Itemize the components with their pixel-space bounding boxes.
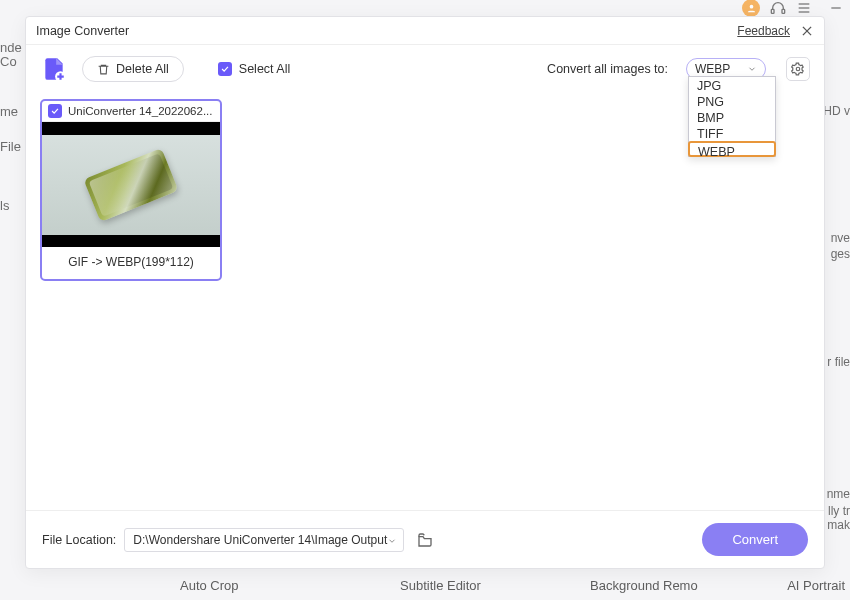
bg-text: File bbox=[0, 139, 21, 154]
bg-text: ges bbox=[831, 247, 850, 261]
trash-icon bbox=[97, 63, 110, 76]
bg-text: lly tr bbox=[828, 504, 850, 518]
file-location-label: File Location: bbox=[42, 533, 116, 547]
convert-to-label: Convert all images to: bbox=[547, 62, 668, 76]
image-converter-dialog: Image Converter Feedback Delete All Sele… bbox=[25, 16, 825, 569]
image-filename: UniConverter 14_2022062... bbox=[68, 105, 214, 117]
image-card[interactable]: UniConverter 14_2022062... GIF -> WEBP(1… bbox=[40, 99, 222, 281]
dropdown-option-webp[interactable]: WEBP bbox=[688, 141, 776, 157]
headset-icon[interactable] bbox=[770, 0, 786, 16]
add-file-button[interactable] bbox=[40, 55, 68, 83]
bg-tool-aiportrait: AI Portrait bbox=[787, 578, 845, 593]
bg-tool-autocrop: Auto Crop bbox=[180, 578, 239, 593]
image-card-header: UniConverter 14_2022062... bbox=[42, 101, 220, 122]
bg-text: mak bbox=[827, 518, 850, 532]
close-icon[interactable] bbox=[800, 24, 814, 38]
chevron-down-icon bbox=[387, 536, 397, 546]
bg-text: ls bbox=[0, 198, 9, 213]
bg-text: HD v bbox=[823, 104, 850, 118]
file-location-path: D:\Wondershare UniConverter 14\Image Out… bbox=[133, 533, 387, 547]
select-all-label: Select All bbox=[239, 62, 290, 76]
svg-point-10 bbox=[796, 67, 800, 71]
feedback-link[interactable]: Feedback bbox=[737, 24, 790, 38]
file-location-select[interactable]: D:\Wondershare UniConverter 14\Image Out… bbox=[124, 528, 404, 552]
avatar[interactable] bbox=[742, 0, 760, 17]
convert-button[interactable]: Convert bbox=[702, 523, 808, 556]
bg-text: nme bbox=[827, 487, 850, 501]
file-plus-icon bbox=[41, 56, 67, 82]
dropdown-option-png[interactable]: PNG bbox=[689, 93, 775, 109]
chevron-down-icon bbox=[747, 64, 757, 74]
svg-point-0 bbox=[749, 4, 753, 8]
bg-text: nve bbox=[831, 231, 850, 245]
dropdown-option-bmp[interactable]: BMP bbox=[689, 109, 775, 125]
minimize-icon[interactable] bbox=[828, 0, 844, 16]
dialog-titlebar: Image Converter Feedback bbox=[26, 17, 824, 45]
delete-all-button[interactable]: Delete All bbox=[82, 56, 184, 82]
bg-text: r file bbox=[827, 355, 850, 369]
svg-rect-2 bbox=[782, 9, 785, 13]
bg-text: nde bbox=[0, 40, 22, 55]
image-card-checkbox[interactable] bbox=[48, 104, 62, 118]
dropdown-option-jpg[interactable]: JPG bbox=[689, 77, 775, 93]
check-icon bbox=[50, 106, 60, 116]
gear-icon bbox=[791, 62, 805, 76]
format-selected-value: WEBP bbox=[695, 62, 730, 76]
image-thumbnail bbox=[42, 122, 220, 247]
dialog-title: Image Converter bbox=[36, 24, 129, 38]
open-folder-button[interactable] bbox=[416, 532, 434, 548]
delete-all-label: Delete All bbox=[116, 62, 169, 76]
hamburger-icon[interactable] bbox=[796, 0, 812, 16]
checkbox-checked-icon bbox=[218, 62, 232, 76]
select-all-checkbox[interactable]: Select All bbox=[218, 62, 290, 76]
dropdown-option-tiff[interactable]: TIFF bbox=[689, 125, 775, 141]
dialog-footer: File Location: D:\Wondershare UniConvert… bbox=[26, 510, 824, 568]
app-topbar-background bbox=[0, 0, 850, 16]
mineral-graphic bbox=[83, 147, 178, 221]
svg-rect-1 bbox=[771, 9, 774, 13]
bg-tool-subtitle: Subtitle Editor bbox=[400, 578, 481, 593]
bg-text: Co bbox=[0, 54, 17, 69]
format-dropdown: JPG PNG BMP TIFF WEBP bbox=[688, 76, 776, 157]
bg-tool-bgremove: Background Remo bbox=[590, 578, 698, 593]
bg-text: me bbox=[0, 104, 18, 119]
settings-button[interactable] bbox=[786, 57, 810, 81]
image-conversion-info: GIF -> WEBP(199*112) bbox=[42, 247, 220, 279]
